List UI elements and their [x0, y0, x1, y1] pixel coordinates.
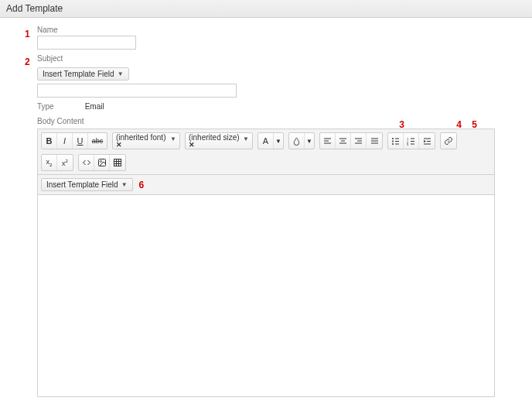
align-center-icon [339, 137, 347, 146]
svg-text:1: 1 [407, 137, 409, 141]
annotation-1: 1 [25, 29, 30, 39]
strike-glyph: abc [92, 137, 104, 145]
font-size-value: (inherited size) [189, 134, 240, 142]
svg-rect-28 [98, 159, 105, 166]
clear-font-family-icon: ✕ [116, 142, 165, 149]
svg-text:3: 3 [407, 142, 409, 146]
svg-point-29 [100, 161, 101, 163]
superscript-button[interactable]: x2 [57, 155, 73, 170]
align-right-icon [354, 137, 363, 146]
caret-down-icon: ▼ [306, 138, 312, 145]
footer: + Add Template [0, 405, 532, 408]
font-family-value: (inherited font) [116, 134, 165, 142]
annotation-4: 4 [456, 119, 462, 130]
rich-text-editor: 3 4 5 B I U abc (inherited font) ✕ ▼ (in… [37, 129, 495, 397]
subject-label: Subject [37, 54, 495, 63]
insert-template-field-body-button[interactable]: Insert Template Field ▼ [41, 178, 133, 191]
name-input[interactable] [37, 36, 136, 50]
link-group [440, 132, 457, 149]
annotation-6: 6 [139, 180, 145, 190]
clear-font-size-icon: ✕ [189, 142, 240, 149]
font-color-caret[interactable]: ▼ [274, 133, 283, 149]
bullet-list-button[interactable] [388, 133, 404, 149]
align-right-button[interactable] [351, 133, 367, 149]
body-content-label: Body Content [37, 117, 495, 125]
svg-marker-25 [424, 140, 426, 142]
window-header: Add Template [0, 0, 532, 18]
insert-template-field-body-label: Insert Template Field [46, 180, 118, 189]
annotation-2: 2 [25, 57, 30, 67]
type-label: Type [37, 102, 54, 111]
name-field-row: Name [37, 26, 495, 50]
insert-template-field-label: Insert Template Field [43, 70, 114, 78]
window-title: Add Template [6, 3, 63, 14]
list-group: 123 [387, 132, 435, 149]
text-style-group: B I U abc [41, 132, 107, 149]
name-label: Name [37, 26, 495, 34]
bold-glyph: B [46, 136, 53, 146]
droplet-icon [292, 137, 301, 146]
numbered-list-icon: 123 [407, 137, 415, 146]
superscript-glyph: x2 [62, 159, 68, 167]
image-button[interactable] [94, 155, 110, 170]
script-group: x2 x2 [41, 154, 73, 171]
link-icon [444, 136, 453, 146]
underline-glyph: U [77, 136, 84, 146]
indent-button[interactable] [419, 133, 435, 149]
italic-button[interactable]: I [57, 133, 73, 149]
link-button[interactable] [441, 133, 456, 149]
align-center-button[interactable] [336, 133, 351, 149]
type-value: Email [85, 102, 104, 111]
insert-group [78, 154, 126, 171]
align-group [319, 132, 383, 149]
code-icon [82, 158, 91, 167]
editor-content-area[interactable] [38, 195, 494, 396]
subscript-glyph: x2 [46, 158, 53, 167]
font-size-dropdown[interactable]: (inherited size) ✕ ▼ [185, 132, 253, 149]
table-button[interactable] [110, 155, 125, 170]
editor-toolbar: B I U abc (inherited font) ✕ ▼ (inherite… [38, 129, 494, 175]
font-color-glyph: A [263, 136, 268, 146]
align-left-button[interactable] [320, 133, 336, 149]
annotation-5: 5 [472, 119, 477, 130]
subject-input[interactable] [37, 84, 237, 98]
underline-button[interactable]: U [73, 133, 88, 149]
svg-point-14 [392, 140, 394, 142]
table-icon [113, 158, 122, 167]
bullet-list-icon [391, 137, 400, 146]
caret-down-icon: ▼ [118, 70, 124, 77]
editor-toolbar-row2: Insert Template Field ▼ 6 [38, 175, 494, 195]
strikethrough-button[interactable]: abc [88, 133, 107, 149]
indent-icon [423, 137, 431, 146]
type-row: Type Email [37, 102, 495, 111]
subject-field-row: Subject Insert Template Field ▼ [37, 54, 495, 98]
font-family-dropdown[interactable]: (inherited font) ✕ ▼ [112, 132, 180, 149]
caret-down-icon: ▼ [170, 135, 176, 142]
code-view-button[interactable] [79, 155, 94, 170]
bold-button[interactable]: B [42, 133, 57, 149]
align-justify-icon [370, 137, 379, 146]
image-icon [97, 158, 107, 167]
font-color-button[interactable]: A [258, 133, 274, 149]
annotation-3: 3 [399, 119, 404, 130]
highlight-group: ▼ [288, 132, 315, 149]
align-justify-button[interactable] [367, 133, 382, 149]
subscript-button[interactable]: x2 [42, 155, 57, 170]
insert-template-field-subject-button[interactable]: Insert Template Field ▼ [37, 67, 129, 81]
numbered-list-button[interactable]: 123 [404, 133, 419, 149]
highlight-button[interactable] [289, 133, 305, 149]
highlight-caret[interactable]: ▼ [305, 133, 314, 149]
caret-down-icon: ▼ [275, 138, 281, 145]
italic-glyph: I [63, 136, 66, 146]
align-left-icon [323, 137, 332, 146]
svg-rect-30 [114, 159, 121, 166]
caret-down-icon: ▼ [243, 135, 249, 142]
form-area: 1 Name 2 Subject Insert Template Field ▼… [0, 18, 532, 405]
svg-point-16 [392, 143, 394, 145]
svg-text:2: 2 [407, 139, 409, 143]
caret-down-icon: ▼ [121, 181, 128, 188]
font-color-group: A ▼ [257, 132, 284, 149]
svg-point-12 [392, 138, 394, 139]
